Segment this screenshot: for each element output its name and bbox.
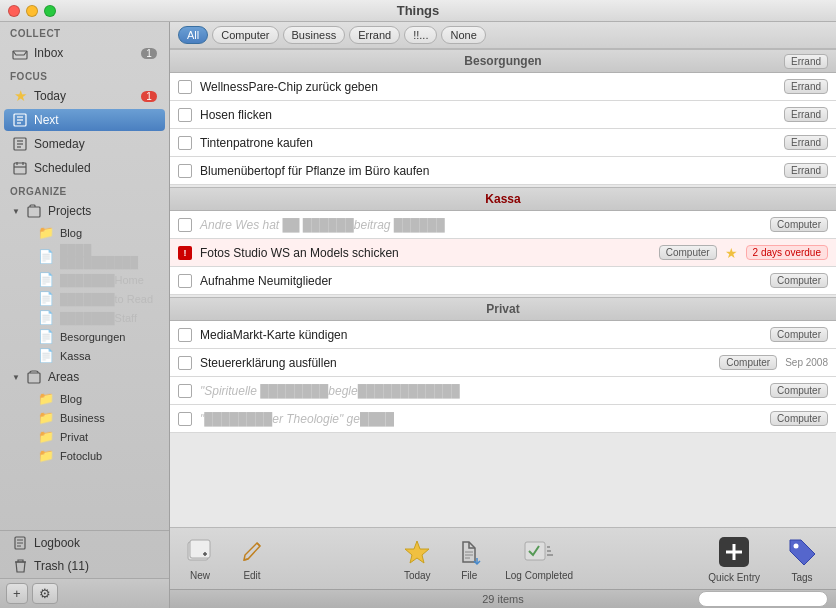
sidebar-item-blog[interactable]: 📁 Blog [4, 223, 165, 242]
filter-all[interactable]: All [178, 26, 208, 44]
table-row[interactable]: "Spirituelle ████████begle████████████ C… [170, 377, 836, 405]
table-row[interactable]: MediaMarkt-Karte kündigen Computer [170, 321, 836, 349]
task-checkbox[interactable] [178, 412, 192, 426]
triangle-areas-icon: ▼ [12, 373, 20, 382]
task-group-name-besorgungen: Besorgungen [464, 54, 541, 68]
sidebar-item-area-blog[interactable]: 📁 Blog [4, 389, 165, 408]
filter-computer[interactable]: Computer [212, 26, 278, 44]
add-button[interactable]: + [6, 583, 28, 604]
task-checkbox[interactable] [178, 108, 192, 122]
sidebar-item-trash[interactable]: Trash (11) [4, 555, 165, 577]
areas-icon [26, 369, 42, 385]
sidebar: COLLECT Inbox 1 FOCUS ★ Today 1 [0, 22, 170, 608]
area-privat-label: Privat [60, 431, 157, 443]
filter-none[interactable]: None [441, 26, 485, 44]
task-tag[interactable]: Computer [770, 411, 828, 426]
task-checkbox[interactable] [178, 384, 192, 398]
table-row[interactable]: Andre Wes hat ██ ██████beitrag ██████ Co… [170, 211, 836, 239]
statusbar: 29 items 🔍 [170, 589, 836, 608]
sidebar-bottom: Logbook Trash (11) [0, 530, 169, 578]
table-row[interactable]: Hosen flicken Errand [170, 101, 836, 129]
star-icon[interactable]: ★ [725, 245, 738, 261]
svg-marker-26 [405, 541, 429, 563]
table-row[interactable]: ! Fotos Studio WS an Models schicken Com… [170, 239, 836, 267]
quick-entry-label: Quick Entry [708, 572, 760, 583]
sidebar-item-scheduled[interactable]: Scheduled [4, 157, 165, 179]
task-tag[interactable]: Computer [770, 273, 828, 288]
filter-errand[interactable]: Errand [349, 26, 400, 44]
task-checkbox[interactable] [178, 356, 192, 370]
task-checkbox[interactable] [178, 218, 192, 232]
trash-label: Trash (11) [34, 559, 157, 573]
task-tag[interactable]: Computer [659, 245, 717, 260]
folder-icon-2: 📄 [38, 249, 54, 264]
folder-icon: 📁 [38, 225, 54, 240]
table-row[interactable]: Tintenpatrone kaufen Errand [170, 129, 836, 157]
maximize-button[interactable] [44, 5, 56, 17]
task-checkbox[interactable] [178, 136, 192, 150]
task-tag[interactable]: Computer [719, 355, 777, 370]
table-row[interactable]: Steuererklärung ausfüllen Computer Sep 2… [170, 349, 836, 377]
quick-entry-button[interactable]: Quick Entry [700, 532, 768, 585]
inbox-label: Inbox [34, 46, 135, 60]
task-checkbox[interactable] [178, 80, 192, 94]
sidebar-item-area-fotoclub[interactable]: 📁 Fotoclub [4, 446, 165, 465]
task-checkbox[interactable] [178, 328, 192, 342]
sidebar-item-proj-4[interactable]: 📄 ███████to Read [4, 289, 165, 308]
task-group-tag-besorgungen[interactable]: Errand [784, 54, 828, 69]
new-button[interactable]: New [178, 534, 222, 583]
table-row[interactable]: Blumenübertopf für Pflanze im Büro kaufe… [170, 157, 836, 185]
table-row[interactable]: Aufnahme Neumitglieder Computer [170, 267, 836, 295]
task-group-privat: Privat MediaMarkt-Karte kündigen Compute… [170, 297, 836, 433]
sidebar-item-area-privat[interactable]: 📁 Privat [4, 427, 165, 446]
sidebar-item-logbook[interactable]: Logbook [4, 532, 165, 554]
sidebar-item-besorgungen[interactable]: 📄 Besorgungen [4, 327, 165, 346]
today-button[interactable]: Today [395, 534, 439, 583]
filter-urgent[interactable]: !!... [404, 26, 437, 44]
task-tag[interactable]: Computer [770, 327, 828, 342]
sidebar-item-proj-5[interactable]: 📄 ███████Staff [4, 308, 165, 327]
task-tag[interactable]: Computer [770, 383, 828, 398]
sidebar-item-projects[interactable]: ▼ Projects [4, 200, 165, 222]
sidebar-item-kassa[interactable]: 📄 Kassa [4, 346, 165, 365]
task-tag[interactable]: Errand [784, 79, 828, 94]
today-toolbar-icon [401, 536, 433, 568]
sidebar-item-area-business[interactable]: 📁 Business [4, 408, 165, 427]
task-group-name-privat: Privat [486, 302, 519, 316]
task-tag[interactable]: Errand [784, 107, 828, 122]
task-tag[interactable]: Computer [770, 217, 828, 232]
sidebar-item-areas[interactable]: ▼ Areas [4, 366, 165, 388]
main-toolbar: New Edit Today [170, 527, 836, 589]
log-completed-button[interactable]: Log Completed [499, 534, 579, 583]
settings-button[interactable]: ⚙ [32, 583, 58, 604]
folder-icon-3: 📄 [38, 272, 54, 287]
tags-label: Tags [791, 572, 812, 583]
search-input[interactable] [698, 591, 828, 607]
scheduled-icon [12, 160, 28, 176]
sidebar-item-next[interactable]: Next [4, 109, 165, 131]
minimize-button[interactable] [26, 5, 38, 17]
task-tag[interactable]: Errand [784, 135, 828, 150]
sidebar-item-someday[interactable]: Someday [4, 133, 165, 155]
task-label: WellnessPare-Chip zurück geben [200, 80, 776, 94]
sidebar-item-today[interactable]: ★ Today 1 [4, 85, 165, 107]
sidebar-item-proj-2[interactable]: 📄 ████ ██████████ [4, 242, 165, 270]
task-checkbox[interactable] [178, 164, 192, 178]
task-checkbox[interactable] [178, 274, 192, 288]
folder-icon-4: 📄 [38, 291, 54, 306]
task-label: Fotos Studio WS an Models schicken [200, 246, 651, 260]
edit-button[interactable]: Edit [230, 534, 274, 583]
table-row[interactable]: WellnessPare-Chip zurück geben Errand [170, 73, 836, 101]
project-besorgungen-label: Besorgungen [60, 331, 157, 343]
sidebar-item-proj-3[interactable]: 📄 ███████Home [4, 270, 165, 289]
file-button[interactable]: File [447, 534, 491, 583]
folder-icon-5: 📄 [38, 310, 54, 325]
filter-bar: All Computer Business Errand !!... None [170, 22, 836, 49]
table-row[interactable]: "████████er Theologie" ge████ Computer [170, 405, 836, 433]
close-button[interactable] [8, 5, 20, 17]
today-toolbar-label: Today [404, 570, 431, 581]
filter-business[interactable]: Business [283, 26, 346, 44]
sidebar-item-inbox[interactable]: Inbox 1 [4, 42, 165, 64]
tags-button[interactable]: Tags [776, 532, 828, 585]
task-tag[interactable]: Errand [784, 163, 828, 178]
